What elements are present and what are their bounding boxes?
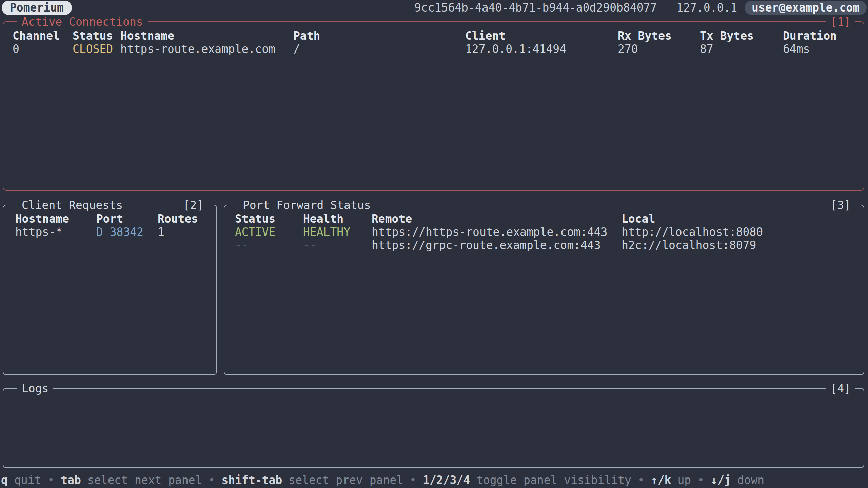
server-ip: 127.0.0.1 xyxy=(676,1,737,15)
client-requests-header-row: Hostname Port Routes xyxy=(3,212,216,225)
cell-routes: 1 xyxy=(158,225,164,239)
column-header-port: Port xyxy=(96,212,123,225)
column-header-duration: Duration xyxy=(783,29,837,42)
top-bar: Pomerium 9cc1564b-4a40-4b71-b944-a0d290b… xyxy=(0,0,868,16)
panel-logs[interactable]: Logs [4] xyxy=(3,388,864,468)
hotkey-desc-down: down xyxy=(737,473,764,487)
table-row[interactable]: -- -- https://grpc-route.example.com:443… xyxy=(224,239,864,252)
table-row[interactable]: ACTIVE HEALTHY https://https-route.examp… xyxy=(224,225,864,239)
port-forward-header-row: Status Health Remote Local xyxy=(224,212,864,225)
column-header-local: Local xyxy=(622,212,655,225)
table-row[interactable]: 0 CLOSED https-route.example.com / 127.0… xyxy=(3,42,864,56)
separator: • xyxy=(47,473,54,487)
cell-hostname: https-route.example.com xyxy=(120,42,275,56)
column-header-health: Health xyxy=(303,212,343,225)
panel-index-3: [3] xyxy=(826,199,855,212)
panel-client-requests[interactable]: Client Requests [2] Hostname Port Routes… xyxy=(3,205,217,375)
cell-status: ACTIVE xyxy=(235,225,275,239)
separator: • xyxy=(209,473,215,487)
hotkey-key-down: ↓/j xyxy=(711,473,731,487)
status-bar: qquit•tabselect next panel•shift-tabsele… xyxy=(0,473,764,487)
cell-status: -- xyxy=(235,239,249,252)
hotkey-key-up: ↑/k xyxy=(651,473,671,487)
hotkey-key-next-panel: tab xyxy=(61,473,81,487)
column-header-path: Path xyxy=(293,29,320,42)
panel-title-port-forward-status: Port Forward Status xyxy=(238,199,376,212)
cell-channel: 0 xyxy=(13,42,19,56)
hotkey-desc-next-panel: select next panel xyxy=(87,473,202,487)
column-header-client: Client xyxy=(465,29,506,42)
cell-client: 127.0.0.1:41494 xyxy=(465,42,566,56)
panel-title-active-connections: Active Connections xyxy=(17,15,148,28)
panel-active-connections[interactable]: Active Connections [1] Channel Status Ho… xyxy=(3,21,864,191)
separator: • xyxy=(697,473,704,487)
separator: • xyxy=(638,473,645,487)
hotkey-key-quit: q xyxy=(1,473,8,487)
column-header-channel: Channel xyxy=(13,29,60,42)
hotkey-desc-up: up xyxy=(677,473,691,487)
cell-status: CLOSED xyxy=(73,42,113,56)
cell-hostname: https-* xyxy=(15,225,62,239)
cell-duration: 64ms xyxy=(783,42,810,56)
pomerium-brand-badge: Pomerium xyxy=(2,1,72,15)
column-header-hostname: Hostname xyxy=(15,212,69,225)
hotkey-desc-toggle-panels: toggle panel visibility xyxy=(476,473,631,487)
cell-rx-bytes: 270 xyxy=(618,42,638,56)
table-row[interactable]: https-* D 38342 1 xyxy=(3,225,216,239)
column-header-rx-bytes: Rx Bytes xyxy=(618,29,672,42)
column-header-tx-bytes: Tx Bytes xyxy=(700,29,754,42)
cell-local: http://localhost:8080 xyxy=(622,225,763,239)
panel-index-4: [4] xyxy=(826,382,855,395)
column-header-status: Status xyxy=(73,29,113,42)
panel-index-2: [2] xyxy=(179,199,208,212)
topbar-session-info: 9cc1564b-4a40-4b71-b944-a0d290b84077 127… xyxy=(414,1,867,15)
user-badge: user@example.com xyxy=(745,1,867,15)
cell-remote: https://https-route.example.com:443 xyxy=(372,225,607,239)
cell-health: HEALTHY xyxy=(303,225,350,239)
cell-path: / xyxy=(293,42,300,56)
session-id: 9cc1564b-4a40-4b71-b944-a0d290b84077 xyxy=(414,1,657,15)
cell-remote: https://grpc-route.example.com:443 xyxy=(372,239,601,252)
cell-tx-bytes: 87 xyxy=(700,42,713,56)
cell-health: -- xyxy=(303,239,317,252)
hotkey-key-toggle-panels: 1/2/3/4 xyxy=(423,473,470,487)
pomerium-tui-screen: Pomerium 9cc1564b-4a40-4b71-b944-a0d290b… xyxy=(0,0,868,488)
panel-title-logs: Logs xyxy=(17,382,53,395)
panel-index-1: [1] xyxy=(826,15,855,28)
hotkey-desc-prev-panel: select prev panel xyxy=(289,473,403,487)
hotkey-desc-quit: quit xyxy=(14,473,41,487)
active-connections-header-row: Channel Status Hostname Path Client Rx B… xyxy=(3,29,864,42)
column-header-routes: Routes xyxy=(158,212,198,225)
hotkey-key-prev-panel: shift-tab xyxy=(221,473,282,487)
panel-port-forward-status[interactable]: Port Forward Status [3] Status Health Re… xyxy=(224,205,864,375)
panel-title-client-requests: Client Requests xyxy=(17,199,127,212)
column-header-hostname: Hostname xyxy=(120,29,174,42)
cell-local: h2c://localhost:8079 xyxy=(622,239,756,252)
cell-port: D 38342 xyxy=(96,225,143,239)
column-header-status: Status xyxy=(235,212,275,225)
separator: • xyxy=(410,473,416,487)
column-header-remote: Remote xyxy=(372,212,412,225)
